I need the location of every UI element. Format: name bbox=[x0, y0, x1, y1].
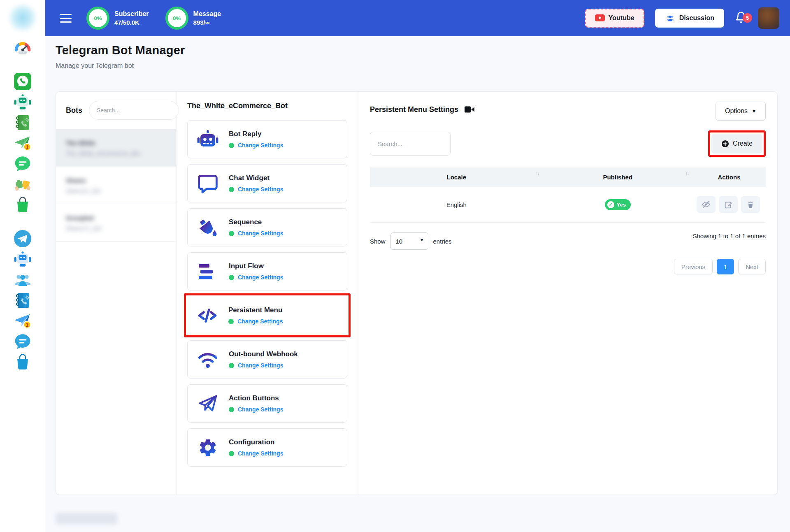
video-tutorial-icon[interactable] bbox=[464, 105, 475, 114]
entries-label: entries bbox=[433, 238, 452, 245]
footer-blurred-text bbox=[56, 513, 117, 525]
previous-page-button[interactable]: Previous bbox=[674, 259, 713, 274]
user-avatar[interactable] bbox=[758, 7, 779, 29]
plus-circle-icon bbox=[721, 140, 729, 148]
delete-button[interactable] bbox=[741, 196, 760, 213]
subscriber-value: 47/50.0K bbox=[114, 19, 149, 26]
sort-icon[interactable]: ↑↓ bbox=[536, 171, 539, 177]
menu-card-persistent-menu[interactable]: Persistent Menu Change Settings bbox=[187, 296, 347, 335]
telegram-store-icon[interactable] bbox=[13, 352, 33, 372]
status-dot bbox=[229, 231, 234, 236]
bot-list-item[interactable]: Shams shams21_bot bbox=[56, 167, 176, 204]
settings-panel-title: Persistent Menu Settings bbox=[370, 105, 458, 114]
app-logo[interactable] bbox=[8, 3, 37, 32]
hide-button[interactable] bbox=[697, 196, 716, 213]
options-button[interactable]: Options ▼ bbox=[716, 102, 766, 121]
change-settings-link[interactable]: Change Settings bbox=[238, 142, 283, 149]
check-icon: ✓ bbox=[607, 201, 614, 208]
change-settings-link[interactable]: Change Settings bbox=[237, 318, 283, 325]
subscriber-stat: 0% Subscriber 47/50.0K bbox=[86, 7, 149, 30]
column-header-published[interactable]: Published ↑↓ bbox=[543, 167, 692, 187]
bot-list-item[interactable]: Groupbot Shams71_bot bbox=[56, 204, 176, 242]
menu-card-title: Out-bound Webhook bbox=[229, 350, 298, 358]
create-label: Create bbox=[733, 140, 753, 147]
message-label: Message bbox=[193, 10, 221, 18]
sort-icon[interactable]: ↑↓ bbox=[685, 171, 688, 177]
discussion-users-icon bbox=[665, 14, 676, 22]
change-settings-link[interactable]: Change Settings bbox=[238, 406, 283, 413]
pagination: Previous 1 Next bbox=[370, 259, 766, 274]
svg-text:1: 1 bbox=[26, 322, 28, 328]
table-row: English ✓ Yes bbox=[370, 187, 766, 223]
bots-panel: Bots The White The_White_eCommerce_Bot S… bbox=[56, 92, 177, 495]
sequence-icon bbox=[196, 216, 220, 239]
bot-list-item[interactable]: The White The_White_eCommerce_Bot bbox=[56, 129, 176, 167]
discussion-button[interactable]: Discussion bbox=[655, 9, 724, 28]
page-title: Telegram Bot Manager bbox=[56, 44, 185, 57]
menu-card-bot-reply[interactable]: Bot Reply Change Settings bbox=[187, 120, 347, 158]
change-settings-link[interactable]: Change Settings bbox=[238, 274, 283, 281]
chat-widget-icon bbox=[196, 172, 220, 195]
whatsapp-contacts-icon[interactable] bbox=[13, 113, 33, 132]
change-settings-link[interactable]: Change Settings bbox=[238, 230, 283, 237]
persistent-menu-icon bbox=[195, 304, 219, 328]
menu-card-title: Action Buttons bbox=[229, 394, 283, 402]
change-settings-link[interactable]: Change Settings bbox=[238, 450, 283, 457]
notification-bell-button[interactable]: 5 bbox=[735, 11, 747, 26]
menu-card-title: Chat Widget bbox=[229, 174, 283, 182]
app-sidebar: 1 bbox=[0, 0, 45, 532]
notification-badge: 5 bbox=[743, 13, 752, 23]
column-header-locale[interactable]: Locale ↑↓ bbox=[370, 167, 543, 187]
message-progress-ring: 0% bbox=[165, 7, 188, 30]
telegram-bot-icon[interactable] bbox=[13, 249, 33, 269]
status-dot bbox=[229, 363, 234, 368]
telegram-contacts-icon[interactable] bbox=[13, 290, 33, 310]
hamburger-menu-icon[interactable] bbox=[60, 14, 72, 23]
published-cell: ✓ Yes bbox=[543, 187, 692, 223]
bot-menu-panel: The_White_eCommerce_Bot Bot Reply bbox=[177, 92, 358, 495]
dashboard-icon[interactable] bbox=[13, 38, 33, 58]
bots-search-input[interactable] bbox=[89, 101, 179, 120]
current-page-button[interactable]: 1 bbox=[717, 259, 734, 274]
edit-button[interactable] bbox=[719, 196, 738, 213]
menu-card-input-flow[interactable]: Input Flow Change Settings bbox=[187, 252, 347, 290]
change-settings-link[interactable]: Change Settings bbox=[238, 362, 283, 369]
entries-per-page-select[interactable]: 10 bbox=[390, 232, 428, 250]
whatsapp-bot-icon[interactable] bbox=[13, 92, 33, 112]
telegram-broadcast-icon[interactable]: 1 bbox=[13, 311, 33, 331]
settings-search-input[interactable] bbox=[370, 132, 451, 156]
menu-card-action-buttons[interactable]: Action Buttons Change Settings bbox=[187, 384, 347, 423]
edit-pencil-icon bbox=[724, 200, 733, 209]
selected-bot-title: The_White_eCommerce_Bot bbox=[187, 102, 347, 110]
integration-icon[interactable] bbox=[13, 174, 33, 194]
menu-card-sequence[interactable]: Sequence Change Settings bbox=[187, 208, 347, 246]
bot-username: shams21_bot bbox=[66, 188, 166, 194]
whatsapp-chat-icon[interactable] bbox=[13, 154, 33, 174]
actions-cell bbox=[692, 187, 766, 223]
youtube-label: Youtube bbox=[609, 14, 634, 22]
discussion-label: Discussion bbox=[679, 14, 714, 22]
menu-card-title: Input Flow bbox=[229, 262, 283, 270]
next-page-button[interactable]: Next bbox=[738, 259, 766, 274]
bot-username: The_White_eCommerce_Bot bbox=[66, 150, 166, 157]
menu-card-outbound-webhook[interactable]: Out-bound Webhook Change Settings bbox=[187, 340, 347, 379]
whatsapp-store-icon[interactable] bbox=[13, 195, 33, 215]
options-label: Options bbox=[725, 107, 748, 115]
status-dot bbox=[229, 143, 234, 148]
subscriber-progress-ring: 0% bbox=[86, 7, 109, 30]
telegram-chat-icon[interactable] bbox=[13, 332, 33, 351]
page-subtitle: Manage your Telegram bot bbox=[56, 62, 185, 70]
menu-card-configuration[interactable]: Configuration Change Settings bbox=[187, 428, 347, 467]
whatsapp-broadcast-icon[interactable]: 1 bbox=[13, 133, 33, 153]
bot-name: The White bbox=[66, 139, 166, 146]
menu-card-chat-widget[interactable]: Chat Widget Change Settings bbox=[187, 164, 347, 202]
create-button[interactable]: Create bbox=[711, 134, 762, 153]
youtube-button[interactable]: Youtube bbox=[585, 9, 644, 28]
telegram-icon[interactable] bbox=[13, 229, 33, 249]
whatsapp-icon[interactable] bbox=[13, 72, 33, 91]
change-settings-link[interactable]: Change Settings bbox=[238, 186, 283, 193]
chevron-down-icon: ▼ bbox=[752, 109, 756, 114]
bot-reply-icon bbox=[196, 128, 220, 151]
telegram-group-icon[interactable] bbox=[13, 270, 33, 290]
status-dot bbox=[229, 451, 234, 456]
